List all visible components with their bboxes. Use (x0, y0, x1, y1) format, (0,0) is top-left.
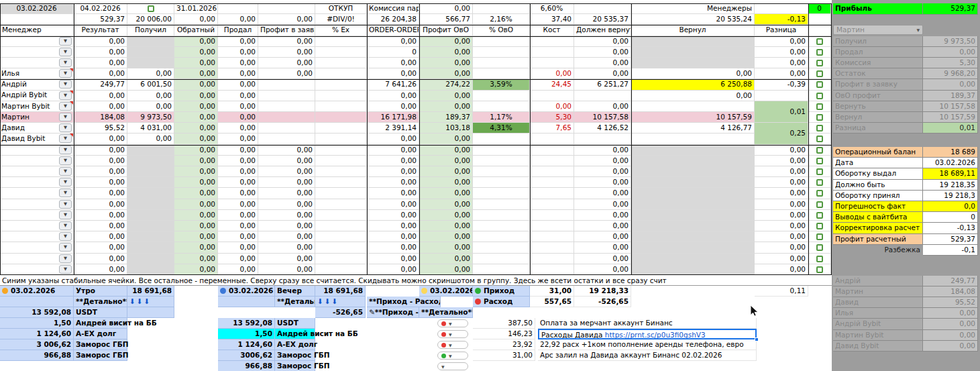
cell-g[interactable] (315, 58, 367, 68)
cell-h[interactable]: 0,00 (367, 91, 419, 101)
morning-date-cell[interactable]: 03.02.2026 (0, 286, 74, 297)
manager-cell[interactable]: Давид Bybit▼ (0, 134, 74, 144)
cell-i[interactable]: 0,00 (419, 68, 473, 79)
manager-dropdown-button[interactable]: ▼ (59, 48, 72, 56)
cell-l[interactable]: 0,00 (574, 68, 631, 79)
manager-dropdown-button[interactable]: ▼ (59, 80, 72, 89)
cell-c[interactable]: 0,00 (127, 101, 174, 112)
cell-k[interactable] (530, 47, 574, 58)
cell-c[interactable] (127, 188, 174, 199)
total-percent-ovo[interactable]: 2,16% (473, 14, 530, 25)
cell-c[interactable] (127, 210, 174, 221)
manager-dropdown-button[interactable]: ▼ (59, 189, 72, 197)
cell-b[interactable]: 0,00 (74, 156, 127, 166)
manager-dropdown-button[interactable]: ▼ (59, 123, 72, 132)
cell-l[interactable] (574, 134, 631, 144)
cell-l[interactable]: 0,00 (574, 166, 631, 177)
evening-amount[interactable]: 1,50 (218, 329, 275, 339)
cell-d[interactable]: 0,00 (174, 264, 218, 275)
cell-n[interactable]: -0,39 (755, 79, 808, 90)
cell-e[interactable]: 0,00 (218, 231, 258, 242)
row-checkbox[interactable] (816, 93, 823, 99)
cell-b[interactable]: 0,00 (74, 91, 127, 101)
cell-d[interactable]: 0,00 (174, 79, 218, 90)
cell-m[interactable]: 6 250,88 (631, 79, 755, 90)
cell-n[interactable] (755, 91, 808, 101)
morning-title[interactable]: Утро (74, 286, 127, 297)
cell-b[interactable]: 0,00 (74, 68, 127, 79)
cell-g[interactable] (315, 101, 367, 112)
evening-desc[interactable]: USDT (275, 318, 315, 329)
sidebar-total-value[interactable]: 0,00 (923, 330, 978, 341)
cell-n[interactable]: 0,00 (755, 68, 808, 79)
cell-d[interactable]: 0,00 (174, 254, 218, 264)
flow-category-dropdown[interactable]: ▼ (437, 352, 468, 360)
flow-desc[interactable]: Оплата за мерчант аккаунт Бинанс (538, 318, 757, 329)
cell-c[interactable] (127, 177, 174, 188)
cell-f[interactable] (258, 112, 315, 123)
manager-cell[interactable]: ▼ (0, 47, 74, 58)
cell-c[interactable]: 0,00 (127, 134, 174, 144)
row-checkbox[interactable] (816, 179, 823, 186)
cell-m[interactable]: 10 157,59 (631, 112, 755, 123)
cell-m[interactable] (631, 264, 755, 275)
cell-i[interactable]: 0,00 (419, 156, 473, 166)
cell-n[interactable]: 0,00 (755, 188, 808, 199)
cell-d[interactable]: 0,00 (174, 156, 218, 166)
cell-j[interactable]: 1,17% (473, 112, 530, 123)
cell-j[interactable] (473, 101, 530, 112)
cell-n[interactable]: 0,00 (755, 254, 808, 264)
cell-m[interactable] (631, 156, 755, 166)
cell-empty[interactable] (808, 14, 831, 25)
total-received[interactable]: 20 006,00 (127, 14, 174, 25)
flow-amount[interactable]: 146,23 (473, 329, 535, 339)
total-must-return[interactable]: 20 535,37 (574, 14, 631, 25)
cell-c[interactable]: 0,00 (127, 68, 174, 79)
cell-b[interactable]: 95,52 (74, 123, 127, 134)
cell-k[interactable] (530, 91, 574, 101)
manager-cell[interactable]: Илья▼ (0, 68, 74, 79)
cell-i[interactable]: 0,00 (419, 177, 473, 188)
cell-c[interactable]: 0,00 (127, 91, 174, 101)
row-checkbox[interactable] (816, 233, 823, 240)
manager-dropdown-button[interactable]: ▼ (59, 221, 72, 230)
total-percent-ex[interactable]: #DIV/0! (315, 14, 367, 25)
cell-n[interactable]: 0,00 (755, 177, 808, 188)
cell-h[interactable]: 0,00 (367, 221, 419, 231)
cell-f[interactable] (258, 101, 315, 112)
cell-k[interactable] (530, 58, 574, 68)
cell-h[interactable]: 0,00 (367, 177, 419, 188)
evening-amount[interactable]: 3006,62 (218, 350, 275, 361)
sidebar-balance-value[interactable]: 529,37 (923, 234, 978, 245)
outflow-value[interactable]: 557,65 (530, 297, 574, 307)
cell-h[interactable]: 0,00 (367, 101, 419, 112)
cell-g[interactable] (315, 242, 367, 253)
cell-b[interactable]: 0,00 (74, 47, 127, 58)
cell-d[interactable]: 0,00 (174, 166, 218, 177)
manager-cell[interactable]: ▼ (0, 254, 74, 264)
total-difference[interactable]: -0,13 (755, 14, 808, 25)
cell-m[interactable] (631, 177, 755, 188)
cell-c[interactable] (127, 58, 174, 68)
cell-e[interactable]: 0,00 (218, 79, 258, 90)
cell-h[interactable]: 0,00 (367, 231, 419, 242)
row-checkbox[interactable] (816, 125, 823, 131)
cell-d[interactable]: 0,00 (174, 36, 218, 47)
cell-k[interactable] (530, 36, 574, 47)
cell-h[interactable]: 0,00 (367, 210, 419, 221)
cell-empty[interactable] (808, 25, 831, 36)
cell-e[interactable]: 0,00 (218, 221, 258, 231)
manager-cell[interactable]: Давид▼ (0, 123, 74, 134)
inflow-value[interactable]: 31,00 (530, 286, 574, 297)
cell-i[interactable]: 103,18 (419, 123, 473, 134)
flows-header[interactable]: **Приход - Расход** (367, 297, 441, 307)
evening-desc[interactable]: Заморос ГБП (275, 361, 315, 371)
cell-g[interactable] (315, 264, 367, 275)
cell-i[interactable]: 0,00 (419, 231, 473, 242)
cell-j[interactable] (473, 264, 530, 275)
cell-l[interactable]: 4 126,52 (574, 123, 631, 134)
cell-j[interactable] (473, 68, 530, 79)
cell-h[interactable]: 0,00 (367, 36, 419, 47)
cell-e[interactable]: 0,00 (218, 91, 258, 101)
cell-j[interactable] (473, 188, 530, 199)
